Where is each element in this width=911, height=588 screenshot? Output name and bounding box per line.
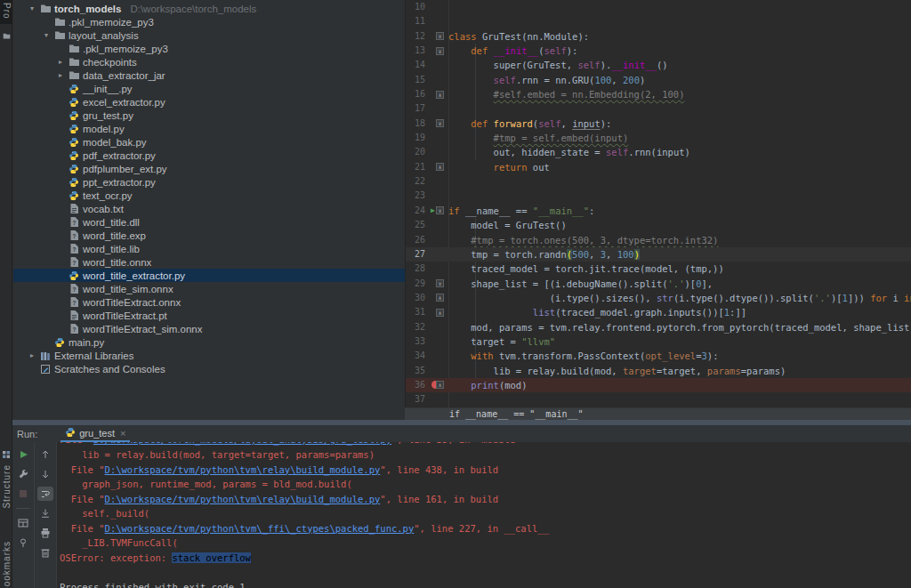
code-line[interactable]: 16∧ #self.embed = nn.Embedding(2, 100) <box>406 87 911 101</box>
scroll-to-end-button[interactable] <box>37 506 53 520</box>
line-number[interactable]: 37 <box>406 392 429 407</box>
chevron-right-icon[interactable]: ▸ <box>54 68 67 82</box>
code-line[interactable]: 23 <box>406 189 911 203</box>
line-number[interactable]: 25 <box>406 218 429 232</box>
code-line[interactable]: 22 <box>406 174 911 189</box>
code-line[interactable]: 36∧ print(mod) <box>406 378 911 392</box>
line-number[interactable]: 10 <box>406 0 429 14</box>
run-main-icon[interactable]: ▶ <box>431 204 435 218</box>
code-line[interactable]: 13∨ def __init__(self): <box>406 44 911 58</box>
code-line[interactable]: 31∧ list(traced_model.graph.inputs())[1:… <box>406 305 911 319</box>
code-line[interactable]: 24▶∨if __name__ == "__main__": <box>406 204 911 218</box>
tree-item[interactable]: ?word_title.exp <box>13 229 405 242</box>
tree-item[interactable]: excel_extractor.py <box>13 95 405 109</box>
line-number[interactable]: 24 <box>406 204 429 218</box>
chevron-right-icon[interactable]: ▸ <box>54 55 67 68</box>
tree-item[interactable]: gru_test.py <box>13 109 405 122</box>
tree-item[interactable]: __init__.py <box>13 82 405 95</box>
line-number[interactable]: 13 <box>406 44 429 58</box>
restore-layout-button[interactable] <box>15 516 31 530</box>
code-line[interactable]: 10 <box>406 0 911 14</box>
code-line[interactable]: 26 #tmp = torch.ones(500, 3, dtype=torch… <box>406 233 911 247</box>
run-tab-gru-test[interactable]: gru_test × <box>60 425 130 442</box>
line-number[interactable]: 19 <box>406 131 429 145</box>
line-number[interactable]: 32 <box>406 320 429 334</box>
file-link[interactable]: D:/workspace/torch_models/layout_analysi… <box>93 442 391 445</box>
tree-item[interactable]: ▸data_extractor_jar <box>13 68 405 82</box>
clear-console-button[interactable] <box>37 545 53 560</box>
tree-item[interactable]: word_title_extractor.py <box>13 269 405 282</box>
line-number[interactable]: 34 <box>406 349 429 363</box>
line-number[interactable]: 33 <box>406 334 429 349</box>
line-number[interactable]: 35 <box>406 364 429 378</box>
tree-item[interactable]: .pkl_memoize_py3 <box>13 42 405 55</box>
line-number[interactable]: 14 <box>406 58 429 72</box>
fold-open-icon[interactable]: ∨ <box>436 47 444 55</box>
print-button[interactable] <box>37 526 53 540</box>
tree-item[interactable]: ▾torch_modelsD:\workspace\torch_models <box>13 2 405 15</box>
tree-item[interactable]: ppt_extractor.py <box>13 175 405 189</box>
prev-occurrence-button[interactable] <box>37 447 53 462</box>
fold-open-icon[interactable]: ∨ <box>436 119 444 127</box>
tree-item[interactable]: ?wordTitleExtract_sim.onnx <box>13 322 405 335</box>
tree-item[interactable]: pdfplumber_ext.py <box>13 162 405 175</box>
code-line[interactable]: 33 target = "llvm" <box>406 334 911 349</box>
code-line[interactable]: 18∨ def forward(self, input): <box>406 117 911 131</box>
line-number[interactable]: 11 <box>406 14 429 28</box>
file-link[interactable]: D:\workspace/tvm/python\tvm\_ffi\_ctypes… <box>105 523 415 534</box>
code-line[interactable]: 30∧ (i.type().sizes(), str(i.type().dtyp… <box>406 291 911 305</box>
pin-tab-button[interactable] <box>15 536 31 550</box>
close-icon[interactable]: × <box>120 428 125 439</box>
line-number[interactable]: 30 <box>406 291 429 305</box>
code-line[interactable]: 20 out, hidden_state = self.rnn(input) <box>406 145 911 159</box>
tree-item[interactable]: ▸External Libraries <box>13 349 405 362</box>
line-number[interactable]: 16 <box>406 87 429 101</box>
tree-item[interactable]: model_bak.py <box>13 135 405 149</box>
file-link[interactable]: D:\workspace/tvm/python\tvm\relay\build_… <box>105 494 381 504</box>
code-line[interactable]: 19 #tmp = self.embed(input) <box>406 131 911 145</box>
line-number[interactable]: 18 <box>406 117 429 131</box>
line-number[interactable]: 23 <box>406 189 429 203</box>
soft-wrap-button[interactable] <box>37 487 53 501</box>
run-console[interactable]: File "D:/workspace/torch_models/layout_a… <box>57 442 911 588</box>
fold-close-icon[interactable]: ∧ <box>436 294 444 302</box>
tree-item[interactable]: .pkl_memoize_py3 <box>13 15 405 28</box>
stop-button[interactable] <box>15 487 31 501</box>
code-line[interactable]: 15 self.rnn = nn.GRU(100, 200) <box>406 73 911 87</box>
line-number[interactable]: 17 <box>406 101 429 116</box>
line-number[interactable]: 12 <box>406 29 429 44</box>
line-number[interactable]: 20 <box>406 145 429 159</box>
tree-item[interactable]: pdf_extractor.py <box>13 149 405 162</box>
tree-item[interactable]: model.py <box>13 122 405 135</box>
chevron-down-icon[interactable]: ▾ <box>26 2 38 15</box>
line-number[interactable]: 29 <box>406 277 429 291</box>
file-link[interactable]: D:\workspace/tvm/python\tvm\relay\build_… <box>105 464 381 475</box>
tree-item[interactable]: ?word_title_sim.onnx <box>13 282 405 295</box>
chevron-down-icon[interactable]: ▾ <box>40 28 52 42</box>
line-number[interactable]: 21 <box>406 160 429 174</box>
line-number[interactable]: 22 <box>406 174 429 189</box>
stripe-button-bookmarks[interactable]: Bookmarks <box>0 541 12 588</box>
edit-configuration-button[interactable] <box>15 467 31 481</box>
line-number[interactable]: 15 <box>406 73 429 87</box>
next-occurrence-button[interactable] <box>37 467 53 481</box>
tree-item[interactable]: ▸checkpoints <box>13 55 405 68</box>
tree-item[interactable]: ?wordTitleExtract.onnx <box>13 295 405 309</box>
line-number[interactable]: 27 <box>406 247 429 262</box>
fold-open-icon[interactable]: ∨ <box>436 206 444 214</box>
fold-close-icon[interactable]: ∧ <box>436 381 444 389</box>
code-line[interactable]: 29∨ shape_list = [(i.debugName().split('… <box>406 277 911 291</box>
fold-close-icon[interactable]: ∧ <box>436 309 444 317</box>
rerun-button[interactable] <box>15 447 31 462</box>
tree-item[interactable]: wordTitleExtract.pt <box>13 309 405 322</box>
chevron-right-icon[interactable]: ▸ <box>26 349 38 362</box>
code-line[interactable]: 35 lib = relay.build(mod, target=target,… <box>406 364 911 378</box>
code-line[interactable]: 32 mod, params = tvm.relay.frontend.pyto… <box>406 320 911 334</box>
code-line[interactable]: 21∧ return out <box>406 160 911 174</box>
fold-open-icon[interactable]: ∨ <box>436 279 444 287</box>
tree-item[interactable]: main.py <box>13 335 405 349</box>
tree-item[interactable]: Scratches and Consoles <box>13 362 405 375</box>
line-number[interactable]: 36 <box>406 378 429 392</box>
code-line[interactable]: 12∨class GruTest(nn.Module): <box>406 29 911 44</box>
code-line[interactable]: 34 with tvm.transform.PassContext(opt_le… <box>406 349 911 363</box>
